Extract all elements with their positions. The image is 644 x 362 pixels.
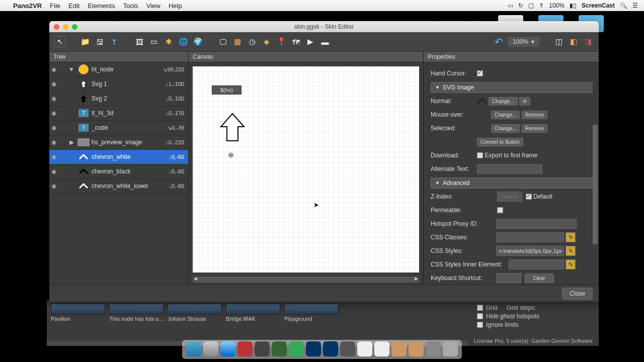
change-normal-button[interactable]: Change...: [489, 97, 517, 106]
zoom-select[interactable]: 100%▾: [508, 37, 539, 47]
dock-app-icon[interactable]: [357, 341, 372, 356]
cssinner-input[interactable]: [509, 259, 564, 269]
timemachine-icon[interactable]: ↻: [518, 2, 523, 9]
export-checkbox[interactable]: [477, 152, 483, 158]
dock-app-icon[interactable]: [237, 341, 253, 356]
node-thumb[interactable]: Pavilion: [51, 304, 105, 322]
globe-tool-icon[interactable]: 🌐: [178, 36, 189, 47]
tree-row[interactable]: ◉chevron_white_lower↓0,-80: [49, 179, 188, 194]
cssstyles-input[interactable]: [496, 246, 564, 256]
change-mouseover-button[interactable]: Change...: [491, 111, 520, 119]
node-thumb[interactable]: Playground: [284, 304, 339, 322]
canvas-hotspot-label[interactable]: $(hs): [212, 85, 242, 95]
dock-app-icon[interactable]: [443, 341, 458, 356]
visibility-icon[interactable]: ◉: [49, 80, 58, 87]
visibility-icon[interactable]: ◉: [49, 66, 58, 73]
edit-cssinner-button[interactable]: ✎: [566, 259, 576, 269]
zindex-default-checkbox[interactable]: [526, 194, 532, 200]
pointer-tool-icon[interactable]: ↖: [54, 36, 65, 47]
hand-cursor-checkbox[interactable]: [477, 70, 483, 76]
dock-app-icon[interactable]: [272, 341, 287, 356]
panel-icon-1[interactable]: ◫: [553, 36, 565, 47]
edit-cssclasses-button[interactable]: ✎: [566, 232, 576, 242]
zindex-input[interactable]: [497, 192, 522, 202]
svg-tool-icon[interactable]: ✱: [163, 36, 174, 47]
menu-edit[interactable]: Edit: [68, 2, 79, 10]
dock-app-icon[interactable]: [340, 341, 355, 356]
anchor-icon[interactable]: ⊕: [228, 151, 234, 159]
edit-cssstyles-button[interactable]: ✎: [566, 246, 576, 256]
image-tool-icon[interactable]: 🖼: [134, 36, 145, 47]
canvas-area[interactable]: $(hs) ⊕ ➤: [193, 66, 419, 273]
tree-row[interactable]: ◉▶hs_preview_image↓0,-220: [49, 135, 188, 150]
advanced-section[interactable]: ▼Advanced: [431, 177, 594, 189]
close-button[interactable]: Close: [562, 288, 593, 300]
color-tool-icon[interactable]: ▬: [319, 36, 331, 47]
battery-icon[interactable]: ▮▯: [570, 2, 577, 9]
ignore-limits-checkbox[interactable]: [477, 322, 483, 328]
visibility-icon[interactable]: ◉: [49, 183, 58, 190]
visibility-icon[interactable]: ◉: [49, 168, 58, 175]
visibility-icon[interactable]: ◉: [49, 95, 58, 102]
dock-app-icon[interactable]: [289, 341, 304, 356]
menu-file[interactable]: File: [50, 2, 60, 10]
permeable-checkbox[interactable]: [497, 207, 503, 213]
dock-app-icon[interactable]: [220, 341, 235, 356]
panel-icon-3[interactable]: ◨: [583, 36, 594, 47]
change-selected-button[interactable]: Change...: [491, 124, 520, 133]
rect-tool-icon[interactable]: ▭: [148, 36, 159, 47]
node-thumb[interactable]: Bridge MAK: [226, 304, 280, 322]
dock-app-icon[interactable]: [374, 341, 389, 356]
dock-app-icon[interactable]: [255, 341, 270, 356]
globe2-tool-icon[interactable]: 🌍: [192, 36, 203, 47]
video-tool-icon[interactable]: ▶: [305, 36, 316, 47]
menu-help[interactable]: Help: [169, 2, 182, 10]
tree-row[interactable]: ◉chevron_white↓0,-80: [49, 150, 188, 164]
proxy-input[interactable]: [496, 219, 577, 229]
expand-icon[interactable]: ▼: [67, 66, 75, 73]
dock-app-icon[interactable]: [409, 341, 424, 356]
save-icon[interactable]: 🖫: [94, 36, 105, 47]
menu-extras-icon[interactable]: ☰: [632, 2, 638, 9]
node-thumb[interactable]: Johann Strauss: [168, 304, 222, 322]
timer-tool-icon[interactable]: ◷: [247, 36, 258, 47]
visibility-icon[interactable]: ◉: [49, 110, 58, 117]
window-titlebar[interactable]: skin.ggsk - Skin Editor: [49, 21, 599, 32]
svg-image-section[interactable]: ▼SVG Image: [431, 82, 594, 93]
keyshort-input[interactable]: [496, 273, 521, 283]
remove-mouseover-button[interactable]: Remove: [522, 111, 547, 119]
properties-scrollbar[interactable]: [593, 64, 598, 282]
hide-ghost-checkbox[interactable]: [477, 313, 483, 319]
display-icon[interactable]: ▢: [528, 2, 534, 9]
spotlight-icon[interactable]: 🔍: [620, 2, 627, 9]
map-tool-icon[interactable]: 🗺: [290, 36, 301, 47]
tree-row[interactable]: ◉chevron_black↓0,-80: [49, 164, 188, 179]
wifi-icon[interactable]: ⇑: [539, 2, 544, 9]
app-name[interactable]: Pano2VR: [13, 2, 42, 10]
convert-button[interactable]: Convert to Button: [477, 138, 523, 146]
tree-row[interactable]: ◉Svg 2↓0,-100: [49, 92, 188, 106]
open-icon[interactable]: 📁: [79, 36, 91, 47]
tree-row[interactable]: ◉T_code↘0,-39: [49, 121, 188, 135]
tree-row[interactable]: ◉▼ht_node↘98,220: [49, 62, 188, 77]
canvas-scrollbar[interactable]: [193, 277, 419, 283]
screencast-label[interactable]: ScreenCast: [582, 2, 615, 9]
node-thumb[interactable]: This node has lots o...: [109, 304, 164, 322]
canvas-arrow-svg[interactable]: [219, 113, 246, 143]
dock-app-icon[interactable]: [426, 341, 441, 356]
clear-button[interactable]: Clear: [525, 274, 554, 283]
reset-normal-button[interactable]: ⟳: [519, 97, 530, 106]
grid-checkbox[interactable]: [477, 305, 483, 311]
undo-icon[interactable]: ↶: [493, 36, 504, 47]
visibility-icon[interactable]: ◉: [49, 124, 58, 131]
menu-elements[interactable]: Elements: [88, 2, 115, 10]
dock-app-icon[interactable]: [203, 341, 218, 356]
screen-tool-icon[interactable]: 🖵: [217, 36, 228, 47]
visibility-icon[interactable]: ◉: [49, 153, 58, 160]
remove-selected-button[interactable]: Remove: [522, 124, 547, 133]
dock-app-icon[interactable]: [323, 341, 338, 356]
menu-tools[interactable]: Tools: [123, 2, 138, 10]
expand-icon[interactable]: ▶: [67, 139, 75, 146]
tree-row[interactable]: ◉Svg 1↓1,-100: [49, 77, 188, 92]
tree-row[interactable]: ◉Ttt_ht_3d↓0,-170: [49, 106, 188, 121]
